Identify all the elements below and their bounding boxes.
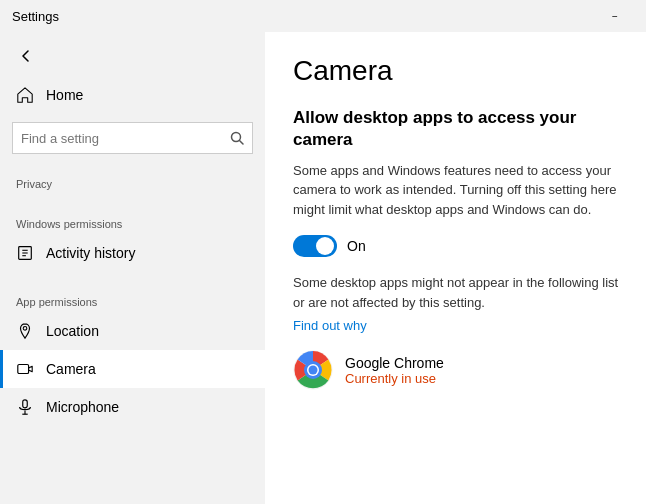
home-label: Home bbox=[46, 87, 83, 103]
home-icon bbox=[16, 86, 34, 104]
toggle-label: On bbox=[347, 238, 366, 254]
camera-toggle[interactable] bbox=[293, 235, 337, 257]
back-arrow-icon bbox=[20, 50, 32, 62]
section-label-app: App permissions bbox=[0, 280, 265, 312]
app-name: Google Chrome bbox=[345, 355, 444, 371]
toggle-knob bbox=[316, 237, 334, 255]
titlebar-left: Settings bbox=[12, 9, 59, 24]
main-layout: Home Privacy Windows permissions bbox=[0, 32, 646, 504]
description-text: Some apps and Windows features need to a… bbox=[293, 161, 622, 220]
titlebar-controls: − bbox=[592, 0, 638, 32]
sidebar-item-home[interactable]: Home bbox=[0, 76, 265, 114]
search-input[interactable] bbox=[12, 122, 253, 154]
svg-rect-8 bbox=[23, 400, 28, 408]
content-area: Camera Allow desktop apps to access your… bbox=[265, 32, 646, 504]
app-info: Google Chrome Currently in use bbox=[345, 355, 444, 386]
activity-history-icon bbox=[16, 244, 34, 262]
page-title: Camera bbox=[293, 56, 622, 87]
app-item-chrome: Google Chrome Currently in use bbox=[293, 350, 622, 390]
search-box bbox=[12, 122, 253, 154]
sidebar-item-camera[interactable]: Camera bbox=[0, 350, 265, 388]
sidebar-item-microphone[interactable]: Microphone bbox=[0, 388, 265, 426]
section-label-privacy: Privacy bbox=[0, 162, 265, 194]
titlebar: Settings − bbox=[0, 0, 646, 32]
app-status: Currently in use bbox=[345, 371, 444, 386]
toggle-row: On bbox=[293, 235, 622, 257]
sidebar-item-location-label: Location bbox=[46, 323, 99, 339]
note-text: Some desktop apps might not appear in th… bbox=[293, 273, 622, 312]
sidebar-item-camera-label: Camera bbox=[46, 361, 96, 377]
search-icon bbox=[230, 131, 244, 145]
svg-line-1 bbox=[240, 141, 244, 145]
search-button[interactable] bbox=[221, 122, 253, 154]
sidebar-item-activity-history-label: Activity history bbox=[46, 245, 135, 261]
svg-point-6 bbox=[23, 327, 27, 331]
sidebar-nav-top bbox=[0, 36, 265, 76]
sidebar-item-activity-history[interactable]: Activity history bbox=[0, 234, 265, 272]
chrome-app-icon bbox=[293, 350, 333, 390]
section-heading: Allow desktop apps to access your camera bbox=[293, 107, 622, 151]
sidebar-item-microphone-label: Microphone bbox=[46, 399, 119, 415]
back-button[interactable] bbox=[12, 42, 40, 70]
section-label-windows: Windows permissions bbox=[0, 202, 265, 234]
svg-rect-7 bbox=[18, 365, 29, 374]
microphone-icon bbox=[16, 398, 34, 416]
titlebar-title: Settings bbox=[12, 9, 59, 24]
svg-point-14 bbox=[309, 366, 318, 375]
find-out-link[interactable]: Find out why bbox=[293, 318, 367, 333]
camera-icon bbox=[16, 360, 34, 378]
location-icon bbox=[16, 322, 34, 340]
sidebar: Home Privacy Windows permissions bbox=[0, 32, 265, 504]
minimize-button[interactable]: − bbox=[592, 0, 638, 32]
sidebar-item-location[interactable]: Location bbox=[0, 312, 265, 350]
